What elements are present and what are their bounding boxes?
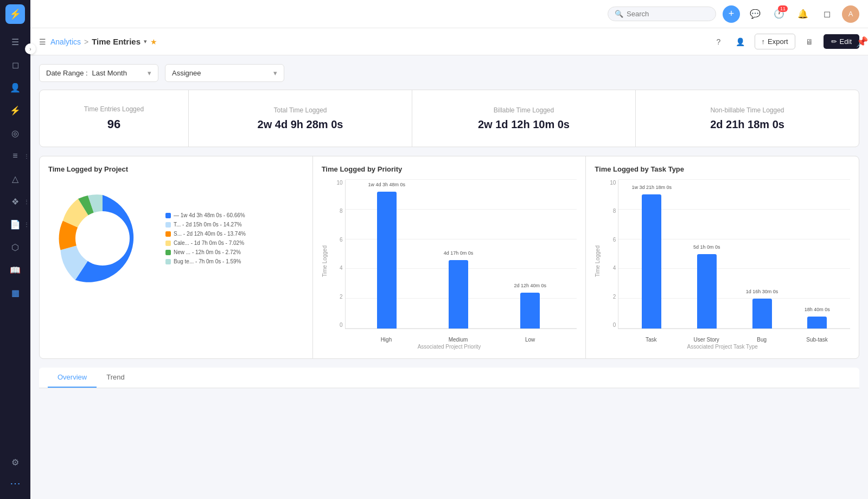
- monitor-icon[interactable]: 🖥: [802, 34, 817, 49]
- sidebar-item-contacts[interactable]: 👤: [5, 78, 25, 97]
- tab-trend[interactable]: Trend: [97, 368, 134, 388]
- legend-item: Cale... - 1d 7h 0m 0s - 7.02%: [165, 240, 246, 246]
- x-axis-label: Task: [623, 337, 679, 343]
- favorite-star-icon[interactable]: ★: [150, 37, 157, 46]
- bar-value-label: 1w 4d 3h 48m 0s: [368, 182, 405, 187]
- y-labels-priority: 0246810: [330, 180, 345, 329]
- person-icon[interactable]: 👤: [733, 34, 748, 49]
- breadcrumb-analytics[interactable]: Analytics: [50, 37, 81, 46]
- x-axis-label: User Story: [679, 337, 734, 343]
- sidebar-item-list-group: ≡ ⋮: [0, 144, 30, 167]
- nonbillable-label: Non-billable Time Logged: [710, 106, 784, 114]
- sidebar-expand-button[interactable]: ›: [25, 43, 36, 54]
- legend-label: T... - 2d 15h 0m 0s - 14.27%: [174, 222, 242, 228]
- stat-card-nonbillable: Non-billable Time Logged 2d 21h 18m 0s: [636, 90, 859, 147]
- sidebar: ⚡ › ☰ ◻ 👤 ⚡ ◎ ≡ ⋮ △ ❖ ⋮ 📄 ⋮ ⬡ 📖 ▦ ⚙ ⋯: [0, 0, 30, 499]
- bar-value-label: 2d 12h 40m 0s: [514, 283, 546, 288]
- three-dot-icon3: ⋮: [24, 222, 29, 228]
- topbar-right: 🔍 + 💬 🕐 11 🔔 ◻ A: [608, 5, 859, 23]
- sidebar-item-settings[interactable]: ⚙: [5, 452, 25, 472]
- x-axis-label: High: [350, 337, 423, 343]
- bar: 5d 1h 0m 0s: [697, 254, 717, 329]
- y-axis-label: 4: [330, 265, 345, 271]
- sidebar-item-warning[interactable]: △: [5, 169, 25, 188]
- sidebar-item-globe[interactable]: ◎: [5, 123, 25, 143]
- export-icon: ↑: [762, 37, 765, 46]
- filters-row: Date Range : Last Month ▾ Assignee ▾: [39, 64, 859, 82]
- sidebar-item-docs-group: 📄 ⋮: [0, 213, 30, 236]
- sidebar-item-list[interactable]: ≡: [5, 146, 25, 166]
- three-dot-icon: ⋮: [24, 153, 29, 159]
- bar-group: 5d 1h 0m 0s: [679, 180, 735, 329]
- y-axis-title-priority: Time Logged: [322, 245, 328, 277]
- help-circle-icon[interactable]: ?: [711, 34, 726, 49]
- bar: 4d 17h 0m 0s: [449, 260, 468, 329]
- chat-icon[interactable]: 💬: [746, 5, 764, 23]
- legend-label: S... - 2d 12h 40m 0s - 13.74%: [174, 231, 246, 237]
- bell-icon[interactable]: 🔔: [794, 5, 812, 23]
- help-icon[interactable]: ◻: [818, 5, 835, 23]
- billable-label: Billable Time Logged: [494, 106, 554, 114]
- chart-priority-title: Time Logged by Priority: [322, 165, 577, 173]
- add-button[interactable]: +: [723, 5, 740, 23]
- sidebar-item-inbox[interactable]: ☰: [5, 32, 25, 52]
- bar-group: 1w 3d 21h 18m 0s: [624, 180, 679, 329]
- chart-tasktype: Time Logged by Task Type Time Logged 1w …: [586, 156, 859, 358]
- x-labels-tasktype: TaskUser StoryBugSub-task: [618, 337, 850, 343]
- date-range-value: Last Month: [92, 69, 127, 77]
- x-axis-label: Medium: [422, 337, 494, 343]
- sidebar-item-analytics[interactable]: ▦: [5, 283, 25, 302]
- chart-tasktype-title: Time Logged by Task Type: [595, 165, 850, 173]
- stat-card-billable: Billable Time Logged 2w 1d 12h 10m 0s: [412, 90, 635, 147]
- legend-label: Bug te... - 7h 0m 0s - 1.59%: [174, 258, 241, 264]
- x-axis-label: Low: [494, 337, 566, 343]
- sidebar-item-messages[interactable]: ◻: [5, 55, 25, 74]
- assignee-caret-icon: ▾: [273, 69, 277, 77]
- y-axis-label: 0: [330, 322, 345, 328]
- bar: 2d 12h 40m 0s: [520, 293, 540, 329]
- bar-value-label: 1w 3d 21h 18m 0s: [631, 185, 672, 190]
- svg-point-0: [75, 211, 130, 266]
- stat-card-total: Total Time Logged 2w 4d 9h 28m 0s: [189, 90, 412, 147]
- breadcrumb-caret-icon[interactable]: ▾: [144, 38, 147, 45]
- notification-icon[interactable]: 🕐 11: [770, 5, 788, 23]
- sidebar-item-layers[interactable]: ❖: [5, 192, 25, 211]
- y-labels-tasktype: 0246810: [603, 180, 618, 329]
- y-axis-title-tasktype: Time Logged: [595, 245, 601, 277]
- entries-value: 96: [107, 117, 120, 131]
- bar: 1w 3d 21h 18m 0s: [642, 194, 661, 329]
- date-range-filter[interactable]: Date Range : Last Month ▾: [39, 64, 158, 82]
- export-button[interactable]: ↑ Export: [755, 34, 795, 49]
- total-value: 2w 4d 9h 28m 0s: [258, 118, 343, 131]
- sidebar-item-docs[interactable]: 📄: [5, 214, 25, 234]
- y-axis-label: 8: [603, 208, 618, 214]
- search-icon: 🔍: [615, 10, 623, 18]
- sidebar-item-layers-group: ❖ ⋮: [0, 190, 30, 213]
- sidebar-item-book[interactable]: 📖: [5, 260, 25, 280]
- chart-project-legend: — 1w 4d 3h 48m 0s - 60.66%T... - 2d 15h …: [165, 212, 246, 264]
- breadcrumb: Analytics > Time Entries ▾ ★: [50, 37, 157, 46]
- x-axis-label: Sub-task: [789, 337, 845, 343]
- assignee-filter[interactable]: Assignee ▾: [165, 64, 284, 82]
- x-axis-title-priority: Associated Project Priority: [322, 344, 577, 350]
- three-dot-icon2: ⋮: [24, 199, 29, 205]
- legend-item: Bug te... - 7h 0m 0s - 1.59%: [165, 258, 246, 264]
- total-label: Total Time Logged: [273, 106, 327, 114]
- page-header: ☰ Analytics > Time Entries ▾ ★ ? 👤 ↑ Exp…: [30, 28, 868, 55]
- x-axis-title-tasktype: Associated Project Task Type: [595, 344, 850, 350]
- charts-row: Time Logged by Project: [39, 156, 859, 359]
- app-logo[interactable]: ⚡: [5, 4, 25, 24]
- sidebar-item-grid[interactable]: ⋯: [5, 473, 25, 493]
- user-avatar[interactable]: A: [842, 5, 859, 23]
- sidebar-item-puzzle[interactable]: ⬡: [5, 237, 25, 257]
- search-input[interactable]: [627, 10, 708, 18]
- tab-overview[interactable]: Overview: [48, 368, 97, 388]
- search-box[interactable]: 🔍: [608, 7, 716, 21]
- legend-label: New ... - 12h 0m 0s - 2.72%: [174, 249, 241, 255]
- tasktype-bars: 1w 3d 21h 18m 0s5d 1h 0m 0s1d 16h 30m 0s…: [618, 180, 850, 329]
- hamburger-icon[interactable]: ☰: [39, 37, 46, 46]
- edit-button[interactable]: ✏ Edit: [824, 34, 859, 49]
- chart-axes-tasktype: 1w 3d 21h 18m 0s5d 1h 0m 0s1d 16h 30m 0s…: [618, 180, 850, 329]
- priority-bars: 1w 4d 3h 48m 0s4d 17h 0m 0s2d 12h 40m 0s: [346, 180, 577, 329]
- sidebar-item-tasks[interactable]: ⚡: [5, 100, 25, 120]
